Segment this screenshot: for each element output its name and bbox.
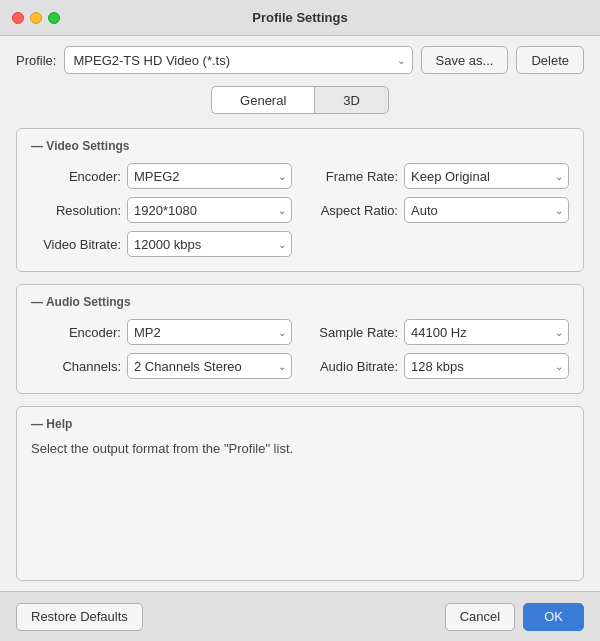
channels-select[interactable]: 2 Channels Stereo	[127, 353, 292, 379]
aspect-ratio-row: Aspect Ratio: Auto ⌄	[308, 197, 569, 223]
video-bitrate-select[interactable]: 12000 kbps	[127, 231, 292, 257]
sample-rate-select-wrapper: 44100 Hz ⌄	[404, 319, 569, 345]
frame-rate-row: Frame Rate: Keep Original ⌄	[308, 163, 569, 189]
restore-defaults-button[interactable]: Restore Defaults	[16, 603, 143, 631]
cancel-button[interactable]: Cancel	[445, 603, 515, 631]
frame-rate-label: Frame Rate:	[308, 169, 398, 184]
audio-settings-title: Audio Settings	[31, 295, 569, 309]
aspect-ratio-select[interactable]: Auto	[404, 197, 569, 223]
resolution-select-wrapper: 1920*1080 ⌄	[127, 197, 292, 223]
bottom-right-buttons: Cancel OK	[445, 603, 584, 631]
tab-general[interactable]: General	[211, 86, 314, 114]
maximize-button[interactable]	[48, 12, 60, 24]
profile-row: Profile: MPEG2-TS HD Video (*.ts) ⌄ Save…	[16, 46, 584, 74]
audio-bitrate-select-wrapper: 128 kbps ⌄	[404, 353, 569, 379]
title-bar: Profile Settings	[0, 0, 600, 36]
resolution-row: Resolution: 1920*1080 ⌄	[31, 197, 292, 223]
minimize-button[interactable]	[30, 12, 42, 24]
audio-encoder-row: Encoder: MP2 ⌄	[31, 319, 292, 345]
help-text: Select the output format from the "Profi…	[31, 441, 569, 456]
window-title: Profile Settings	[252, 10, 347, 25]
aspect-ratio-select-wrapper: Auto ⌄	[404, 197, 569, 223]
tabs-row: General 3D	[16, 86, 584, 114]
audio-encoder-select-wrapper: MP2 ⌄	[127, 319, 292, 345]
resolution-label: Resolution:	[31, 203, 121, 218]
traffic-lights	[12, 12, 60, 24]
save-as-button[interactable]: Save as...	[421, 46, 509, 74]
video-bitrate-row: Video Bitrate: 12000 kbps ⌄	[31, 231, 292, 257]
aspect-ratio-label: Aspect Ratio:	[308, 203, 398, 218]
help-title: Help	[31, 417, 569, 431]
tab-3d[interactable]: 3D	[314, 86, 389, 114]
encoder-select[interactable]: MPEG2	[127, 163, 292, 189]
frame-rate-select-wrapper: Keep Original ⌄	[404, 163, 569, 189]
delete-button[interactable]: Delete	[516, 46, 584, 74]
audio-bitrate-row: Audio Bitrate: 128 kbps ⌄	[308, 353, 569, 379]
encoder-label: Encoder:	[31, 169, 121, 184]
audio-bitrate-label: Audio Bitrate:	[308, 359, 398, 374]
channels-select-wrapper: 2 Channels Stereo ⌄	[127, 353, 292, 379]
video-settings-grid: Encoder: MPEG2 ⌄ Frame Rate: Keep Origin…	[31, 163, 569, 257]
audio-bitrate-select[interactable]: 128 kbps	[404, 353, 569, 379]
bottom-bar: Restore Defaults Cancel OK	[0, 591, 600, 641]
ok-button[interactable]: OK	[523, 603, 584, 631]
close-button[interactable]	[12, 12, 24, 24]
audio-encoder-select[interactable]: MP2	[127, 319, 292, 345]
video-bitrate-label: Video Bitrate:	[31, 237, 121, 252]
video-settings-section: Video Settings Encoder: MPEG2 ⌄ Frame Ra…	[16, 128, 584, 272]
video-settings-title: Video Settings	[31, 139, 569, 153]
channels-label: Channels:	[31, 359, 121, 374]
main-content: Profile: MPEG2-TS HD Video (*.ts) ⌄ Save…	[0, 36, 600, 591]
sample-rate-select[interactable]: 44100 Hz	[404, 319, 569, 345]
help-section: Help Select the output format from the "…	[16, 406, 584, 581]
audio-settings-grid: Encoder: MP2 ⌄ Sample Rate: 44100 Hz ⌄	[31, 319, 569, 379]
profile-select-wrapper: MPEG2-TS HD Video (*.ts) ⌄	[64, 46, 412, 74]
sample-rate-label: Sample Rate:	[308, 325, 398, 340]
encoder-row: Encoder: MPEG2 ⌄	[31, 163, 292, 189]
resolution-select[interactable]: 1920*1080	[127, 197, 292, 223]
profile-select[interactable]: MPEG2-TS HD Video (*.ts)	[64, 46, 412, 74]
video-bitrate-select-wrapper: 12000 kbps ⌄	[127, 231, 292, 257]
frame-rate-select[interactable]: Keep Original	[404, 163, 569, 189]
sample-rate-row: Sample Rate: 44100 Hz ⌄	[308, 319, 569, 345]
encoder-select-wrapper: MPEG2 ⌄	[127, 163, 292, 189]
audio-encoder-label: Encoder:	[31, 325, 121, 340]
channels-row: Channels: 2 Channels Stereo ⌄	[31, 353, 292, 379]
profile-label: Profile:	[16, 53, 56, 68]
audio-settings-section: Audio Settings Encoder: MP2 ⌄ Sample Rat…	[16, 284, 584, 394]
